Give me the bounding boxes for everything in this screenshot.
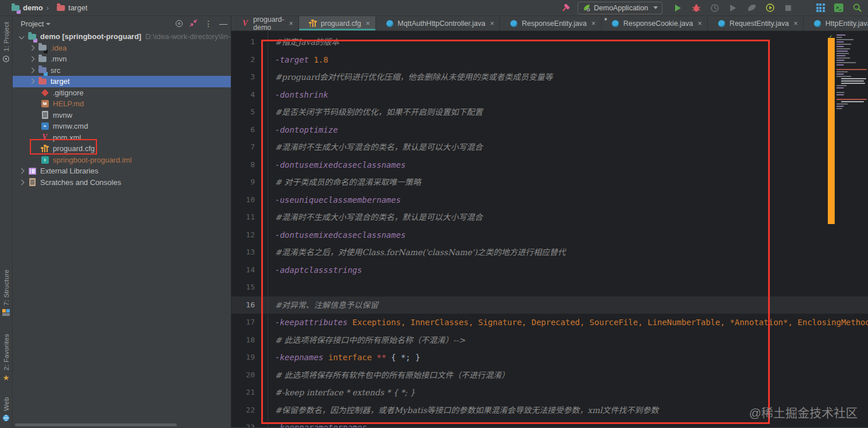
minimap-line [836,37,842,38]
code-line-14[interactable]: 14-adaptclassstrings [231,261,868,279]
code-line-15[interactable]: 15 [231,279,868,296]
modified-marker: * [604,17,607,25]
tool-windows-grid-icon[interactable] [814,2,827,14]
tree-item-.idea[interactable]: .idea [13,43,231,54]
close-icon[interactable]: × [793,19,798,28]
web-icon [2,414,10,424]
java-class-icon [813,19,822,28]
code-line-13[interactable]: 13#混淆类名之后，对使用Class.forName('className')之… [231,244,868,261]
chevron-right-icon[interactable] [29,56,35,62]
tree-item-mvnw[interactable]: mvnw [13,110,231,121]
options-kebab-icon[interactable]: ⋮ [204,20,212,28]
close-icon[interactable]: × [698,19,702,28]
tab-httpentity.java[interactable]: HttpEntity.java× [804,16,868,30]
code-segment: -useuniqueclassmembernames [275,195,401,205]
editor-scrollbar[interactable] [828,38,835,224]
tree-item-demo-springboot-proguard-[interactable]: demo [springboot-proguard]D:\idea-work-d… [13,31,231,43]
chevron-right-icon[interactable] [19,168,25,174]
gutter-separator [268,31,268,427]
locate-file-icon[interactable] [176,20,183,27]
tree-item-mvnw.cmd[interactable]: »mvnw.cmd [13,121,231,132]
code-line-18[interactable]: 18# 此选项将保存接口中的所有原始名称（不混淆）--> [231,331,868,349]
chevron-right-icon[interactable] [29,67,35,73]
tree-item-src[interactable]: src [13,65,231,76]
code-minimap[interactable] [835,31,868,427]
code-segment: -adaptclassstrings [275,265,362,275]
tab-responseentity.java[interactable]: ResponseEntity.java× [500,16,602,30]
debug-button[interactable] [690,2,703,14]
code-line-9[interactable]: 9# 对于类成员的命名的混淆采取唯一策略 [231,173,868,191]
horizontal-scrollbar[interactable] [15,423,177,426]
coverage-button[interactable] [708,2,721,14]
tree-item-springboot-proguard.iml[interactable]: Ispringboot-proguard.iml [13,155,231,166]
chevron-right-icon[interactable] [29,45,35,51]
code-segment: #对异常、注解信息予以保留 [275,300,378,310]
line-text: -keepparameternames [257,419,367,427]
breadcrumb-item-demo[interactable]: demo [7,3,43,13]
tree-item-help.md[interactable]: MHELP.md [13,98,231,110]
search-everywhere-icon[interactable] [851,2,863,14]
tool-window-button-web[interactable]: Web [2,397,10,424]
code-line-21[interactable]: 21#-keep interface * extends * { *; } [231,384,868,402]
minimap-line [836,106,844,107]
tool-window-button-structure[interactable]: 7: Structure [2,269,10,319]
tab-proguard.cfg[interactable]: proguard.cfg× [299,16,376,30]
code-line-20[interactable]: 20# 此选项将保存所有软件包中的所有原始接口文件（不进行混淆） [231,367,868,384]
code-line-6[interactable]: 6-dontoptimize [231,121,868,139]
run-button[interactable] [672,2,684,14]
code-line-5[interactable]: 5#是否关闭字节码级别的优化，如果不开启则设置如下配置 [231,103,868,121]
tab-responsecookie.java[interactable]: *ResponseCookie.java× [602,16,708,30]
run-with-profiler-button[interactable] [764,2,776,14]
tool-window-button-favorites[interactable]: 2: Favorites★ [3,334,10,382]
tab-label: ResponseCookie.java [623,20,693,28]
tree-item-.gitignore[interactable]: .gitignore [13,87,231,99]
maven-file-icon: V [40,133,49,142]
code-line-10[interactable]: 10-useuniqueclassmembernames [231,191,868,209]
code-line-7[interactable]: 7#混淆时不生成大小写混合的类名，默认是可以大小写混合 [231,138,868,156]
chevron-right-icon[interactable] [29,79,35,84]
run-config-dropdown[interactable]: DemoApplication [578,2,663,14]
code-segment: -dontshrink [275,90,328,99]
tree-item-proguard.cfg[interactable]: proguard.cfg [13,143,231,155]
code-line-2[interactable]: 2-target 1.8 [231,51,868,69]
minimap-line [836,60,844,61]
project-view-selector[interactable]: Project [21,20,176,28]
line-number: 4 [231,86,257,104]
code-line-8[interactable]: 8-dontusemixedcaseclassnames [231,156,868,174]
idea-folder-icon [38,43,47,52]
close-icon[interactable]: × [591,19,596,28]
code-line-11[interactable]: 11#混淆时不生成大小写混合的类名，默认是可以大小写混合 [231,209,868,226]
breadcrumb: demo›target [7,3,87,13]
scratches-icon [28,178,37,187]
hide-panel-icon[interactable]: — [219,20,227,28]
line-text: #指定Java的版本 [257,33,339,51]
chevron-right-icon[interactable] [19,179,25,185]
tab-requestentity.java[interactable]: RequestEntity.java× [708,16,804,30]
code-line-16[interactable]: 16#对异常、注解信息予以保留 [231,296,868,314]
tool-window-stripe: 1: Project 7: Structure2: Favorites★Web [0,16,13,427]
code-line-19[interactable]: 19-keepnames interface ** { *; } [231,349,868,367]
minimap-line [841,83,865,84]
breadcrumb-item-target[interactable]: target [52,3,87,13]
tool-window-button-project[interactable]: 1: Project [2,22,10,65]
terminal-icon[interactable]: >_ [832,2,845,14]
tree-item-.mvn[interactable]: .mvn [13,53,231,65]
code-line-3[interactable]: 3#proguard会对代码进行优化压缩，他会删除从未使用的类或者类成员变量等 [231,68,868,86]
collapse-all-icon[interactable] [189,19,197,29]
code-line-12[interactable]: 12-dontusemixedcaseclassnames [231,226,868,244]
tree-item-external-libraries[interactable]: External Libraries [13,165,231,177]
tab-proguard-demo[interactable]: Vproguard-demo× [231,16,299,30]
tab-mqttauthhttpcontroller.java[interactable]: MqttAuthHttpController.java× [376,16,500,30]
code-editor[interactable]: 1#指定Java的版本2-target 1.83#proguard会对代码进行优… [231,31,868,427]
close-icon[interactable]: × [366,19,370,28]
tree-item-target[interactable]: target [13,76,231,87]
close-icon[interactable]: × [289,19,293,28]
close-icon[interactable]: × [490,19,494,28]
tree-item-scratches-and-consoles[interactable]: Scratches and Consoles [13,177,231,188]
code-line-4[interactable]: 4-dontshrink [231,86,868,104]
tree-item-pom.xml[interactable]: Vpom.xml [13,132,231,144]
build-hammer-icon[interactable] [559,2,572,14]
chevron-down-icon[interactable] [19,34,25,40]
code-line-17[interactable]: 17-keepattributes Exceptions, InnerClass… [231,314,868,331]
code-line-1[interactable]: 1#指定Java的版本 [231,33,868,51]
